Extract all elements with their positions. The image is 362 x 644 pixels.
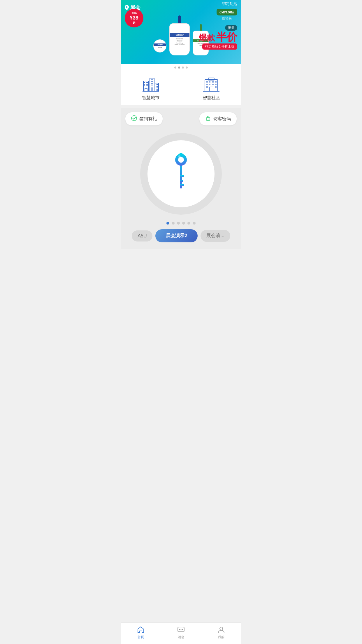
svg-rect-37 — [206, 84, 208, 85]
banner-dot-4 — [186, 66, 188, 69]
visitor-button[interactable]: 访客密码 — [199, 112, 237, 125]
svg-rect-5 — [144, 84, 145, 85]
svg-rect-35 — [212, 81, 214, 83]
carousel-dot-2 — [172, 222, 175, 225]
svg-rect-13 — [151, 79, 152, 80]
svg-rect-8 — [144, 85, 145, 86]
checkin-button[interactable]: 签到有礼 — [125, 112, 163, 125]
svg-rect-10 — [147, 85, 148, 86]
svg-point-0 — [126, 6, 128, 8]
key-circle-inner — [147, 140, 215, 207]
category-smart-city[interactable]: 智慧城市 — [121, 77, 181, 101]
smart-city-icon — [142, 77, 159, 93]
svg-rect-3 — [146, 82, 147, 83]
svg-rect-18 — [152, 83, 153, 84]
svg-rect-11 — [145, 88, 147, 91]
svg-rect-36 — [215, 81, 217, 83]
svg-point-47 — [208, 119, 209, 120]
svg-rect-33 — [206, 81, 208, 83]
tab-a5u[interactable]: A5U — [132, 230, 152, 242]
smart-community-label: 智慧社区 — [203, 95, 220, 101]
svg-rect-17 — [151, 83, 152, 84]
limited-label: 限量 — [225, 25, 237, 31]
banner-promo-text: 限量 爆款 半价 指定商品 2 件折上折 — [199, 25, 237, 50]
main-content: 签到有礼 访客密码 — [121, 108, 241, 249]
category-smart-community[interactable]: 智慧社区 — [181, 77, 242, 101]
svg-rect-23 — [156, 84, 157, 85]
key-icon — [165, 150, 197, 197]
svg-point-45 — [131, 116, 137, 121]
banner-dot-1 — [174, 66, 176, 69]
svg-rect-20 — [152, 85, 153, 85]
svg-rect-15 — [151, 81, 152, 82]
carousel-dot-3 — [177, 222, 180, 225]
checkin-icon — [131, 115, 137, 123]
svg-rect-50 — [180, 184, 184, 186]
svg-rect-22 — [155, 83, 159, 91]
tab-bar: A5U 展会演示2 展会演... — [132, 229, 230, 245]
key-circle-outer — [140, 133, 222, 215]
svg-rect-24 — [157, 84, 158, 85]
carousel-dot-4 — [182, 222, 185, 225]
visitor-icon — [205, 115, 211, 123]
svg-rect-6 — [146, 84, 147, 85]
svg-rect-49 — [180, 180, 183, 182]
tab-demo3[interactable]: 展会演... — [201, 230, 230, 242]
svg-rect-34 — [209, 81, 210, 83]
svg-rect-41 — [206, 86, 208, 88]
category-section: 智慧城市 — [121, 71, 241, 105]
svg-rect-14 — [152, 79, 153, 80]
checkin-label: 签到有礼 — [139, 116, 157, 122]
svg-rect-7 — [147, 84, 148, 85]
svg-rect-43 — [210, 87, 213, 91]
promo-banner[interactable]: 屋会 全场 ¥39 起 绑定钥匙 Cetaphil 丝塔芙 Cetaphil G… — [121, 0, 241, 64]
svg-rect-42 — [215, 86, 217, 88]
svg-rect-28 — [157, 88, 158, 88]
svg-rect-48 — [180, 175, 184, 177]
svg-rect-26 — [157, 86, 158, 87]
sub-promo-text: 指定商品 2 件折上折 — [202, 43, 237, 50]
svg-rect-40 — [215, 84, 217, 85]
visitor-label: 访客密码 — [213, 116, 231, 122]
svg-rect-2 — [144, 82, 145, 83]
svg-rect-4 — [147, 82, 148, 83]
svg-rect-12 — [150, 78, 154, 91]
svg-rect-21 — [151, 88, 153, 91]
svg-rect-29 — [156, 89, 157, 91]
svg-rect-27 — [156, 88, 157, 88]
cetaphil-logo: Cetaphil — [217, 9, 237, 15]
svg-rect-25 — [156, 86, 157, 87]
svg-rect-39 — [212, 84, 214, 85]
key-display-area[interactable]: A5U 展会演示2 展会演... — [125, 130, 237, 245]
bind-key-text: 绑定钥匙 — [222, 1, 237, 6]
big-sale-text: 爆款 — [199, 34, 215, 42]
svg-rect-9 — [146, 85, 147, 86]
carousel-dot-6 — [193, 222, 196, 225]
svg-rect-16 — [152, 81, 153, 82]
tab-demo2[interactable]: 展会演示2 — [155, 229, 198, 242]
carousel-dot-5 — [187, 222, 190, 225]
carousel-dots — [166, 222, 196, 225]
half-price-text: 半价 — [216, 32, 237, 42]
banner-dot-3 — [182, 66, 184, 69]
svg-rect-19 — [151, 85, 152, 85]
svg-rect-38 — [209, 84, 210, 85]
smart-community-icon — [203, 77, 220, 93]
badge-whole: 全场 — [131, 12, 137, 15]
banner-dot-2 — [178, 66, 180, 69]
carousel-dot-1 — [166, 222, 169, 225]
smart-city-label: 智慧城市 — [142, 95, 159, 101]
action-row: 签到有礼 访客密码 — [125, 112, 237, 125]
banner-dots — [121, 64, 241, 71]
